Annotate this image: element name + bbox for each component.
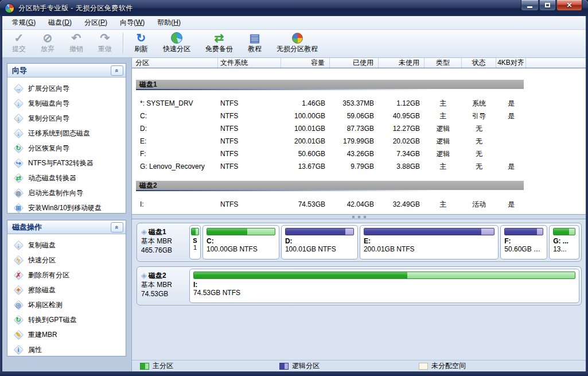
partition-label: D: xyxy=(285,237,354,245)
cell: 9.79GB xyxy=(330,160,379,173)
partition-block[interactable]: F:50.60GB N... xyxy=(500,225,547,259)
copy-disk-icon: ↓ xyxy=(13,241,24,250)
column-header-6[interactable]: 状态 xyxy=(462,58,496,68)
column-header-5[interactable]: 类型 xyxy=(425,58,462,68)
sidebar-item-install-win-to-usb[interactable]: ⊞安装Win8/10到移动硬盘 xyxy=(13,200,126,215)
table-row[interactable]: G: Lenovo_RecoveryNTFS13.67GB9.79GB3.88G… xyxy=(132,160,586,173)
partition-block[interactable]: G: ...13... xyxy=(549,225,579,259)
collapse-panel-button[interactable]: « xyxy=(111,222,123,232)
cell: G: Lenovo_Recovery xyxy=(132,160,218,173)
disk-size: 74.53GB xyxy=(141,289,188,299)
partition-block[interactable]: S1 xyxy=(189,225,201,259)
sidebar-item-migrate-os-to-ssd[interactable]: ↓迁移系统到固态磁盘 xyxy=(13,126,126,141)
sidebar-item-bad-sector-test[interactable]: ◎坏扇区检测 xyxy=(13,297,126,312)
splitter-handle[interactable] xyxy=(132,214,586,219)
legend-item-unallocated: 未分配空间 xyxy=(419,361,558,371)
sidebar-item-label: 复制磁盘向导 xyxy=(28,99,69,108)
menu-item-4[interactable]: 帮助(H) xyxy=(151,16,187,29)
sidebar-item-bootable-cd-wizard[interactable]: ◍启动光盘制作向导 xyxy=(13,185,126,200)
column-header-4[interactable]: 未使用 xyxy=(379,58,425,68)
cell: 逻辑 xyxy=(425,122,462,135)
logical-swatch-icon xyxy=(279,363,289,370)
sidebar: 向导«→扩展分区向导↓复制磁盘向导↓复制分区向导↓迁移系统到固态磁盘↻分区恢复向… xyxy=(2,58,132,371)
partition-block[interactable]: E:200.01GB NTFS xyxy=(360,225,499,259)
column-header-7[interactable]: 4KB对齐 xyxy=(496,58,526,68)
undo-button[interactable]: ↶撤销 xyxy=(62,31,91,56)
commit-icon: ✓ xyxy=(14,32,24,44)
sidebar-item-partition-recovery-wizard[interactable]: ↻分区恢复向导 xyxy=(13,141,126,156)
cell: 200.01GB xyxy=(281,135,330,148)
rows: I:NTFS74.53GB42.04GB32.49GB主活动是 xyxy=(132,198,586,211)
sidebar-item-properties[interactable]: i属性 xyxy=(13,342,126,357)
partition-size-label: 100.01GB NTFS xyxy=(285,245,354,253)
sidebar-item-label: 删除所有分区 xyxy=(28,270,69,280)
extend-partition-wizard-icon: → xyxy=(13,84,24,93)
menu-item-3[interactable]: 向导(W) xyxy=(114,16,151,29)
table-row[interactable]: *: SYSTEM_DRVNTFS1.46GB353.37MB1.12GB主系统… xyxy=(132,97,586,110)
table-row[interactable]: I:NTFS74.53GB42.04GB32.49GB主活动是 xyxy=(132,198,586,211)
discard-button[interactable]: ⊘放弃 xyxy=(33,31,62,56)
sidebar-item-copy-partition-wizard[interactable]: ↓复制分区向导 xyxy=(13,111,126,126)
sidebar-item-copy-disk-wizard[interactable]: ↓复制磁盘向导 xyxy=(13,96,126,111)
sidebar-item-label: 复制磁盘 xyxy=(28,241,56,250)
sidebar-item-quick-partition[interactable]: ϟ快速分区 xyxy=(13,253,126,268)
menu-item-0[interactable]: 常规(G) xyxy=(6,16,42,29)
table-row[interactable]: D:NTFS100.01GB87.73GB12.27GB逻辑无 xyxy=(132,122,586,135)
quick-partition-button[interactable]: 快速分区 xyxy=(155,31,198,56)
disk-icon: ◈ xyxy=(141,271,147,280)
usage-fill xyxy=(192,228,196,235)
sidebar-item-dynamic-disk-converter[interactable]: ⇄动态磁盘转换器 xyxy=(13,170,126,185)
sidebar-item-convert-to-gpt[interactable]: ↻转换到GPT磁盘 xyxy=(13,312,126,327)
redo-button[interactable]: ↷重做 xyxy=(91,31,119,56)
close-icon: ✕ xyxy=(566,1,572,9)
column-header-1[interactable]: 文件系统 xyxy=(218,58,281,68)
close-button[interactable]: ✕ xyxy=(556,0,582,11)
title-bar: 分区助手专业版 - 无损分区免费软件 ✕ xyxy=(0,0,588,16)
table-row[interactable]: C:NTFS100.00GB59.06GB40.95GB主引导是 xyxy=(132,110,586,122)
panel-title: 磁盘操作 xyxy=(12,222,111,232)
sidebar-item-copy-disk[interactable]: ↓复制磁盘 xyxy=(13,238,126,253)
legend-label: 未分配空间 xyxy=(431,361,466,371)
table-row[interactable]: F:NTFS50.60GB43.26GB7.34GB逻辑无 xyxy=(132,148,586,160)
sidebar-item-label: 坏扇区检测 xyxy=(28,300,63,310)
lossless-partition-tutorial-button[interactable]: 无损分区教程 xyxy=(269,31,325,56)
partition-size-label: 100.00GB NTFS xyxy=(207,245,275,253)
refresh-button[interactable]: ↻刷新 xyxy=(127,31,155,56)
commit-button[interactable]: ✓提交 xyxy=(5,31,33,56)
menu-bar: 常规(G)磁盘(D)分区(P)向导(W)帮助(H) xyxy=(2,16,586,30)
disk-group: 磁盘1*: SYSTEM_DRVNTFS1.46GB353.37MB1.12GB… xyxy=(132,80,586,173)
cell: 100.01GB xyxy=(281,122,330,135)
partition-block[interactable]: C:100.00GB NTFS xyxy=(203,225,279,259)
minimize-button[interactable] xyxy=(521,0,539,11)
cell: I: xyxy=(132,198,218,211)
convert-to-gpt-icon: ↻ xyxy=(13,315,24,324)
menu-item-2[interactable]: 分区(P) xyxy=(78,16,114,29)
sidebar-item-extend-partition-wizard[interactable]: →扩展分区向导 xyxy=(13,81,126,96)
sidebar-item-rebuild-mbr[interactable]: ✎重建MBR xyxy=(13,327,126,342)
window-title: 分区助手专业版 - 无损分区免费软件 xyxy=(18,3,133,13)
refresh-icon: ↻ xyxy=(137,32,146,44)
usage-bar xyxy=(553,228,575,235)
table-row[interactable]: E:NTFS200.01GB179.99GB20.02GB逻辑无 xyxy=(132,135,586,148)
cell: 逻辑 xyxy=(425,148,462,160)
tutorial-button[interactable]: ▤教程 xyxy=(240,31,269,56)
sidebar-item-ntfs-fat32-converter[interactable]: ↪NTFS与FAT32转换器 xyxy=(13,156,126,170)
partition-block[interactable]: I:74.53GB NTFS xyxy=(189,269,579,303)
maximize-button[interactable] xyxy=(539,0,556,11)
column-header-0[interactable]: 分区 xyxy=(132,58,218,68)
collapse-panel-button[interactable]: « xyxy=(111,65,123,76)
disk-icon: ◈ xyxy=(141,227,147,236)
sidebar-item-delete-all-partitions[interactable]: ✗删除所有分区 xyxy=(13,268,126,282)
partition-block[interactable]: D:100.01GB NTFS xyxy=(281,225,358,259)
sidebar-item-wipe-disk[interactable]: ✦擦除磁盘 xyxy=(13,282,126,297)
column-header-3[interactable]: 已使用 xyxy=(330,58,379,68)
tutorial-icon: ▤ xyxy=(250,32,260,44)
sidebar-item-label: 擦除磁盘 xyxy=(28,285,56,295)
column-header-2[interactable]: 容量 xyxy=(281,58,330,68)
free-backup-button[interactable]: ⇄免费备份 xyxy=(198,31,240,56)
cell: NTFS xyxy=(218,122,281,135)
disk-group-header: 磁盘1 xyxy=(136,80,524,89)
quick-partition-icon: ϟ xyxy=(13,255,24,265)
menu-item-1[interactable]: 磁盘(D) xyxy=(42,16,78,29)
cell: 7.34GB xyxy=(379,148,425,160)
